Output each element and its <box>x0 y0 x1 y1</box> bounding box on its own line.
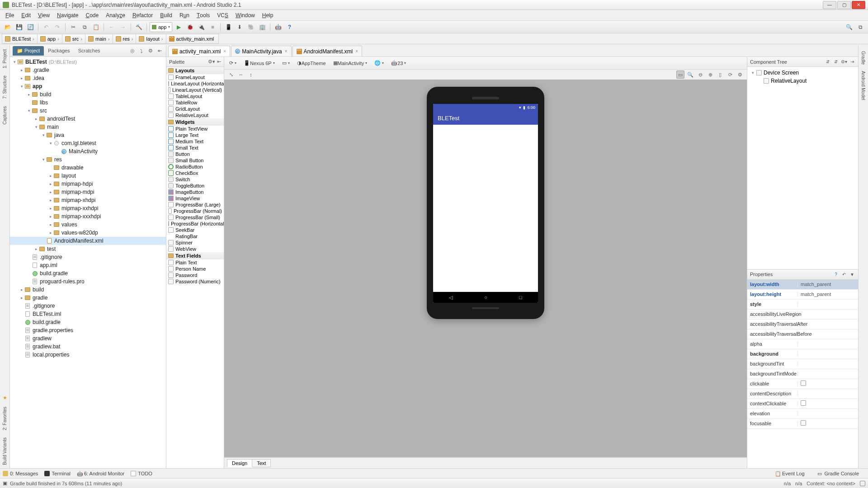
crumb-app[interactable]: app <box>37 34 62 44</box>
crumb-file[interactable]: activity_main.xml <box>166 34 219 44</box>
save-button[interactable]: 💾 <box>14 22 24 32</box>
window-title: BLETest - [D:\BLETest] - [app] - ..\app\… <box>12 2 241 8</box>
menu-edit[interactable]: Edit <box>18 10 34 20</box>
menu-build[interactable]: Build <box>156 10 176 20</box>
search-button[interactable]: 🔍 <box>844 22 854 32</box>
separator <box>270 23 270 31</box>
menu-navigate[interactable]: Navigate <box>53 10 82 20</box>
sdk-button[interactable]: ⬇ <box>235 22 245 32</box>
separator <box>131 23 131 31</box>
menu-code[interactable]: Code <box>82 10 102 20</box>
main-toolbar: 📂 💾 🔄 ↶ ↷ ✂ ⧉ 📋 ← → 🔨 app▾ ▶ 🐞 🔌 ■ 📱 ⬇ 🐘… <box>0 21 868 33</box>
main-menu: File Edit View Navigate Code Analyze Ref… <box>0 10 868 21</box>
close-button[interactable]: ✕ <box>852 1 865 9</box>
menu-view[interactable]: View <box>34 10 53 20</box>
nav-fwd-button[interactable]: → <box>118 22 128 32</box>
paste-button[interactable]: 📋 <box>91 22 101 32</box>
maximize-button[interactable]: ▢ <box>837 1 851 9</box>
cut-button[interactable]: ✂ <box>68 22 78 32</box>
attach-debugger-button[interactable]: 🔌 <box>196 22 206 32</box>
run-button[interactable]: ▶ <box>174 22 184 32</box>
breadcrumb: BLETest app src main res layout activity… <box>0 33 868 44</box>
gradle-sync-button[interactable]: 🐘 <box>246 22 256 32</box>
project-structure-button[interactable]: 🏢 <box>257 22 267 32</box>
separator <box>38 23 38 31</box>
crumb-main[interactable]: main <box>85 34 113 44</box>
run-config-combo[interactable]: app▾ <box>150 22 172 32</box>
redo-button[interactable]: ↷ <box>52 22 62 32</box>
app-icon <box>3 2 9 8</box>
open-button[interactable]: 📂 <box>3 22 13 32</box>
avd-button[interactable]: 📱 <box>223 22 233 32</box>
menu-run[interactable]: Run <box>176 10 193 20</box>
crumb-res[interactable]: res <box>113 34 137 44</box>
stop-button[interactable]: ■ <box>208 22 217 32</box>
crumb-layout[interactable]: layout <box>136 34 166 44</box>
help-button[interactable]: ? <box>284 22 294 32</box>
separator <box>104 23 104 31</box>
separator <box>65 23 66 31</box>
android-button[interactable]: 🤖 <box>273 22 283 32</box>
separator <box>146 23 147 31</box>
crumb-src[interactable]: src <box>62 34 85 44</box>
nav-back-button[interactable]: ← <box>107 22 117 32</box>
title-bar: BLETest - [D:\BLETest] - [app] - ..\app\… <box>0 0 868 10</box>
separator <box>220 23 221 31</box>
menu-window[interactable]: Window <box>232 10 259 20</box>
menu-vcs[interactable]: VCS <box>213 10 232 20</box>
make-button[interactable]: 🔨 <box>134 22 144 32</box>
menu-refactor[interactable]: Refactor <box>129 10 156 20</box>
copy-button[interactable]: ⧉ <box>80 22 90 32</box>
minimize-button[interactable]: — <box>823 1 836 9</box>
sync-button[interactable]: 🔄 <box>25 22 35 32</box>
crumb-bletest[interactable]: BLETest <box>2 34 38 44</box>
menu-tools[interactable]: Tools <box>193 10 213 20</box>
debug-button[interactable]: 🐞 <box>185 22 195 32</box>
tool-windows-button[interactable]: ⧉ <box>855 22 865 32</box>
menu-file[interactable]: File <box>2 10 18 20</box>
menu-help[interactable]: Help <box>259 10 277 20</box>
menu-analyze[interactable]: Analyze <box>102 10 129 20</box>
undo-button[interactable]: ↶ <box>41 22 51 32</box>
